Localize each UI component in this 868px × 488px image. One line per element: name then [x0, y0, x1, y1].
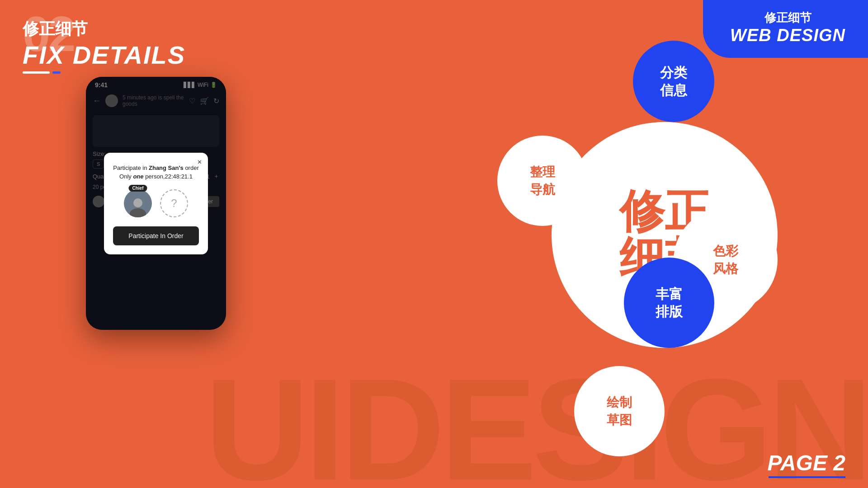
title-underline [23, 71, 185, 74]
phone-mockup: 9:41 ▋▋▋ WiFi 🔋 ← 5 minutes ago is spell… [86, 77, 226, 330]
modal-subtitle-part2: person,22:48:21.1 [144, 173, 193, 180]
modal-title-bold: Zhang San's [149, 164, 184, 171]
title-chinese: 修正细节 [23, 18, 185, 40]
question-avatar: ? [160, 189, 188, 217]
top-left-title: 02 修正细节 FIX DETAILS [23, 14, 185, 74]
avatar-svg [127, 195, 149, 217]
modal-subtitle-bold: one [133, 173, 143, 180]
white-circle-br-text: 色彩风格 [713, 242, 738, 277]
white-circle-left: 整理导航 [497, 136, 588, 226]
modal-subtitle-part1: Only [119, 173, 133, 180]
modal-title: Participate in Zhang San's order Only on… [113, 164, 199, 181]
modal-avatars: Chief ? [113, 189, 199, 217]
modal-title-part2: order [184, 164, 199, 171]
phone-mockup-container: 9:41 ▋▋▋ WiFi 🔋 ← 5 minutes ago is spell… [86, 77, 226, 330]
chief-avatar [124, 189, 152, 217]
modal-title-part1: Participate in [113, 164, 149, 171]
modal-box: × Participate in Zhang San's order Only … [104, 153, 208, 254]
svg-point-0 [133, 198, 142, 207]
chief-tag: Chief [129, 185, 147, 192]
underline-blue [52, 71, 61, 74]
bubbles-area: 修正 细节 分类信息 整理导航 色彩风格 丰富排版 绘制草图 [461, 0, 868, 488]
blue-circle-top-text: 分类信息 [660, 64, 687, 99]
underline-white [23, 71, 50, 74]
svg-point-1 [130, 208, 146, 217]
white-circle-bottom: 绘制草图 [574, 366, 665, 456]
participate-button[interactable]: Participate In Order [113, 226, 199, 245]
modal-close-button[interactable]: × [198, 158, 202, 166]
blue-circle-bottom-text: 丰富排版 [656, 285, 683, 320]
page-number-underline [769, 476, 845, 478]
blue-circle-top: 分类信息 [633, 41, 714, 122]
blue-circle-bottom: 丰富排版 [624, 258, 714, 348]
title-english: FIX DETAILS [23, 40, 185, 70]
chief-avatar-wrap: Chief [124, 189, 152, 217]
white-circle-left-text: 整理导航 [530, 163, 555, 198]
page-number: PAGE 2 [768, 450, 846, 475]
white-circle-bottom-text: 绘制草图 [607, 394, 632, 429]
modal-overlay: × Participate in Zhang San's order Only … [86, 77, 226, 330]
